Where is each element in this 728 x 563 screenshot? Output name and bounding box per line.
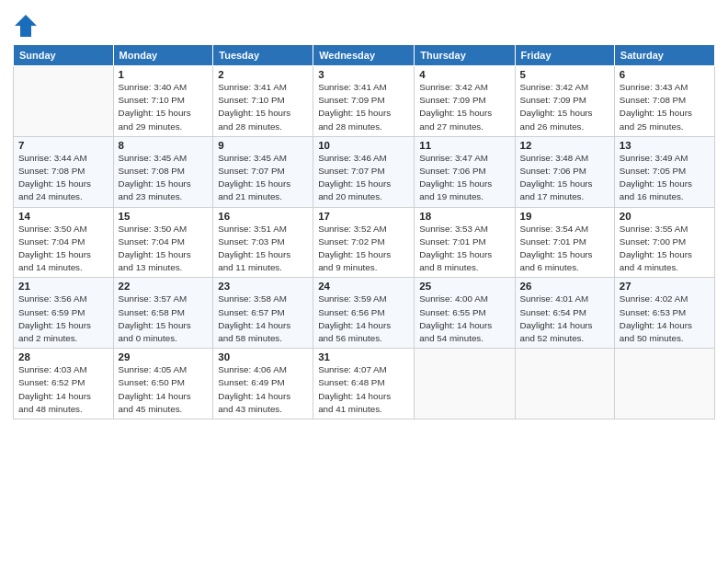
day-number: 22 xyxy=(119,281,209,292)
day-number: 20 xyxy=(620,211,710,222)
day-number: 28 xyxy=(18,351,108,362)
day-info: Sunrise: 3:43 AMSunset: 7:08 PMDaylight:… xyxy=(620,81,710,133)
day-number: 9 xyxy=(218,140,308,151)
day-info: Sunrise: 3:54 AMSunset: 7:01 PMDaylight:… xyxy=(520,223,609,275)
day-number: 31 xyxy=(318,351,409,362)
day-number: 23 xyxy=(218,281,308,292)
header xyxy=(13,9,715,39)
calendar-week-row: 21Sunrise: 3:56 AMSunset: 6:59 PMDayligh… xyxy=(14,278,715,349)
day-number: 3 xyxy=(318,69,409,80)
day-info: Sunrise: 4:02 AMSunset: 6:53 PMDaylight:… xyxy=(620,293,710,345)
day-of-week-header: Friday xyxy=(515,45,614,66)
calendar-day-cell: 9Sunrise: 3:45 AMSunset: 7:07 PMDaylight… xyxy=(213,136,313,207)
calendar-day-cell: 5Sunrise: 3:42 AMSunset: 7:09 PMDaylight… xyxy=(515,66,614,137)
calendar-day-cell: 21Sunrise: 3:56 AMSunset: 6:59 PMDayligh… xyxy=(14,278,114,349)
calendar-day-cell: 23Sunrise: 3:58 AMSunset: 6:57 PMDayligh… xyxy=(213,278,313,349)
calendar-table: SundayMondayTuesdayWednesdayThursdayFrid… xyxy=(13,44,715,419)
calendar-week-row: 1Sunrise: 3:40 AMSunset: 7:10 PMDaylight… xyxy=(14,66,715,137)
day-info: Sunrise: 3:44 AMSunset: 7:08 PMDaylight:… xyxy=(18,152,108,204)
calendar-day-cell: 19Sunrise: 3:54 AMSunset: 7:01 PMDayligh… xyxy=(515,207,614,278)
calendar-day-cell: 10Sunrise: 3:46 AMSunset: 7:07 PMDayligh… xyxy=(313,136,415,207)
day-info: Sunrise: 3:53 AMSunset: 7:01 PMDaylight:… xyxy=(419,223,509,275)
calendar-day-cell: 2Sunrise: 3:41 AMSunset: 7:10 PMDaylight… xyxy=(213,66,313,137)
day-info: Sunrise: 3:55 AMSunset: 7:00 PMDaylight:… xyxy=(620,223,710,275)
day-of-week-header: Tuesday xyxy=(213,45,313,66)
calendar-day-cell: 17Sunrise: 3:52 AMSunset: 7:02 PMDayligh… xyxy=(313,207,415,278)
calendar-week-row: 28Sunrise: 4:03 AMSunset: 6:52 PMDayligh… xyxy=(14,349,715,419)
calendar-day-cell: 1Sunrise: 3:40 AMSunset: 7:10 PMDaylight… xyxy=(113,66,213,137)
calendar-day-cell: 13Sunrise: 3:49 AMSunset: 7:05 PMDayligh… xyxy=(614,136,714,207)
calendar-header-row: SundayMondayTuesdayWednesdayThursdayFrid… xyxy=(14,45,715,66)
day-info: Sunrise: 3:40 AMSunset: 7:10 PMDaylight:… xyxy=(119,81,209,133)
day-number: 8 xyxy=(119,140,209,151)
calendar-day-cell xyxy=(515,349,614,419)
day-number: 6 xyxy=(620,69,710,80)
day-info: Sunrise: 3:49 AMSunset: 7:05 PMDaylight:… xyxy=(620,152,710,204)
page-container: SundayMondayTuesdayWednesdayThursdayFrid… xyxy=(0,0,728,427)
day-of-week-header: Monday xyxy=(113,45,213,66)
day-number: 16 xyxy=(218,211,308,222)
calendar-day-cell: 11Sunrise: 3:47 AMSunset: 7:06 PMDayligh… xyxy=(415,136,515,207)
day-number: 29 xyxy=(119,351,209,362)
calendar-day-cell: 26Sunrise: 4:01 AMSunset: 6:54 PMDayligh… xyxy=(515,278,614,349)
day-of-week-header: Thursday xyxy=(415,45,515,66)
day-info: Sunrise: 3:46 AMSunset: 7:07 PMDaylight:… xyxy=(318,152,409,204)
day-info: Sunrise: 3:41 AMSunset: 7:10 PMDaylight:… xyxy=(218,81,308,133)
day-info: Sunrise: 3:48 AMSunset: 7:06 PMDaylight:… xyxy=(520,152,609,204)
day-info: Sunrise: 3:42 AMSunset: 7:09 PMDaylight:… xyxy=(520,81,609,133)
calendar-day-cell: 20Sunrise: 3:55 AMSunset: 7:00 PMDayligh… xyxy=(614,207,714,278)
calendar-day-cell: 24Sunrise: 3:59 AMSunset: 6:56 PMDayligh… xyxy=(313,278,415,349)
calendar-day-cell: 22Sunrise: 3:57 AMSunset: 6:58 PMDayligh… xyxy=(113,278,213,349)
day-info: Sunrise: 4:00 AMSunset: 6:55 PMDaylight:… xyxy=(419,293,509,345)
day-number: 10 xyxy=(318,140,409,151)
calendar-day-cell: 16Sunrise: 3:51 AMSunset: 7:03 PMDayligh… xyxy=(213,207,313,278)
day-info: Sunrise: 3:41 AMSunset: 7:09 PMDaylight:… xyxy=(318,81,409,133)
day-number: 1 xyxy=(119,69,209,80)
day-info: Sunrise: 4:07 AMSunset: 6:48 PMDaylight:… xyxy=(318,363,409,416)
calendar-day-cell: 25Sunrise: 4:00 AMSunset: 6:55 PMDayligh… xyxy=(415,278,515,349)
day-info: Sunrise: 3:57 AMSunset: 6:58 PMDaylight:… xyxy=(119,293,209,345)
calendar-day-cell: 18Sunrise: 3:53 AMSunset: 7:01 PMDayligh… xyxy=(415,207,515,278)
day-info: Sunrise: 3:45 AMSunset: 7:08 PMDaylight:… xyxy=(119,152,209,204)
day-number: 30 xyxy=(218,351,308,362)
day-number: 15 xyxy=(119,211,209,222)
calendar-day-cell: 4Sunrise: 3:42 AMSunset: 7:09 PMDaylight… xyxy=(415,66,515,137)
day-info: Sunrise: 3:56 AMSunset: 6:59 PMDaylight:… xyxy=(18,293,108,345)
day-of-week-header: Wednesday xyxy=(313,45,415,66)
day-info: Sunrise: 4:03 AMSunset: 6:52 PMDaylight:… xyxy=(18,363,108,416)
calendar-day-cell: 6Sunrise: 3:43 AMSunset: 7:08 PMDaylight… xyxy=(614,66,714,137)
calendar-day-cell: 14Sunrise: 3:50 AMSunset: 7:04 PMDayligh… xyxy=(14,207,114,278)
day-number: 4 xyxy=(419,69,509,80)
day-info: Sunrise: 3:42 AMSunset: 7:09 PMDaylight:… xyxy=(419,81,509,133)
calendar-day-cell: 8Sunrise: 3:45 AMSunset: 7:08 PMDaylight… xyxy=(113,136,213,207)
day-info: Sunrise: 3:45 AMSunset: 7:07 PMDaylight:… xyxy=(218,152,308,204)
day-info: Sunrise: 4:06 AMSunset: 6:49 PMDaylight:… xyxy=(218,363,308,416)
calendar-week-row: 7Sunrise: 3:44 AMSunset: 7:08 PMDaylight… xyxy=(14,136,715,207)
calendar-day-cell: 30Sunrise: 4:06 AMSunset: 6:49 PMDayligh… xyxy=(213,349,313,419)
day-number: 17 xyxy=(318,211,409,222)
logo xyxy=(13,13,42,39)
calendar-day-cell: 7Sunrise: 3:44 AMSunset: 7:08 PMDaylight… xyxy=(14,136,114,207)
calendar-day-cell xyxy=(614,349,714,419)
day-of-week-header: Saturday xyxy=(614,45,714,66)
day-number: 21 xyxy=(18,281,108,292)
calendar-day-cell: 29Sunrise: 4:05 AMSunset: 6:50 PMDayligh… xyxy=(113,349,213,419)
day-number: 24 xyxy=(318,281,409,292)
day-number: 19 xyxy=(520,211,609,222)
day-number: 5 xyxy=(520,69,609,80)
calendar-day-cell: 15Sunrise: 3:50 AMSunset: 7:04 PMDayligh… xyxy=(113,207,213,278)
day-number: 26 xyxy=(520,281,609,292)
day-number: 27 xyxy=(620,281,710,292)
day-info: Sunrise: 3:47 AMSunset: 7:06 PMDaylight:… xyxy=(419,152,509,204)
calendar-day-cell: 12Sunrise: 3:48 AMSunset: 7:06 PMDayligh… xyxy=(515,136,614,207)
day-info: Sunrise: 3:59 AMSunset: 6:56 PMDaylight:… xyxy=(318,293,409,345)
day-info: Sunrise: 3:58 AMSunset: 6:57 PMDaylight:… xyxy=(218,293,308,345)
day-info: Sunrise: 3:51 AMSunset: 7:03 PMDaylight:… xyxy=(218,223,308,275)
calendar-day-cell: 28Sunrise: 4:03 AMSunset: 6:52 PMDayligh… xyxy=(14,349,114,419)
svg-marker-0 xyxy=(15,15,37,37)
day-of-week-header: Sunday xyxy=(14,45,114,66)
day-number: 11 xyxy=(419,140,509,151)
day-number: 14 xyxy=(18,211,108,222)
day-number: 18 xyxy=(419,211,509,222)
calendar-day-cell: 27Sunrise: 4:02 AMSunset: 6:53 PMDayligh… xyxy=(614,278,714,349)
